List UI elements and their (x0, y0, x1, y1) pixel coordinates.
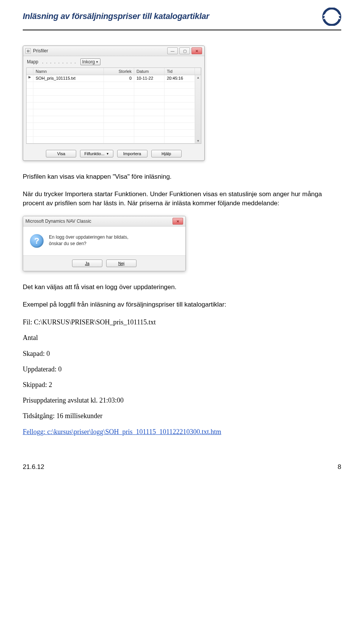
message-dialog: Microsoft Dynamics NAV Classic ✕ ? En lo… (23, 216, 186, 271)
dialog-titlebar: Microsoft Dynamics NAV Classic ✕ (23, 216, 185, 227)
col-size[interactable]: Storlek (104, 68, 134, 75)
button-bar: Visa Filfunktio...▼ Importera Hjälp (23, 147, 204, 160)
table-row (27, 130, 195, 137)
cell-date: 10-11-22 (134, 75, 165, 82)
table-row (27, 109, 195, 116)
table-row (27, 96, 195, 102)
footer-date: 21.6.12 (23, 463, 44, 471)
minimize-button[interactable]: — (167, 47, 178, 54)
footer-page: 8 (338, 463, 341, 471)
log-section: Exempel på loggfil från inläsning av för… (23, 301, 341, 437)
grid-header: Namn Storlek Datum Tid (27, 68, 201, 75)
page-title: Inläsning av försäljningspriser till kat… (23, 11, 209, 21)
dialog-title: Microsoft Dynamics NAV Classic (25, 219, 91, 224)
question-icon: ? (30, 234, 44, 248)
dots: . . . . . . . . . (42, 59, 77, 65)
importera-button[interactable]: Importera (117, 150, 147, 157)
log-uppdaterad: Uppdaterad: 0 (23, 365, 341, 374)
table-row (27, 89, 195, 96)
filfunktion-button[interactable]: Filfunktio...▼ (80, 150, 113, 157)
dialog-text: En logg över uppdateringen har bildats, … (49, 234, 128, 248)
log-avslutat: Prisuppdatering avslutat kl. 21:03:00 (23, 396, 341, 405)
folder-value: Inkorg (82, 59, 95, 65)
page-footer: 21.6.12 8 (23, 463, 341, 471)
log-antal: Antal (23, 333, 341, 343)
page-header: Inläsning av försäljningspriser till kat… (23, 11, 341, 30)
window-title: Prisfiler (33, 48, 48, 53)
body-text: Det kan väljas att få visat en logg över… (23, 283, 341, 292)
scroll-down-icon: ▼ (197, 138, 200, 143)
log-skapad: Skapad: 0 (23, 349, 341, 359)
log-skippad: Skippad: 2 (23, 380, 341, 390)
fellogg-link[interactable]: Fellogg: c:\kursus\priser\logg\SOH_pris_… (23, 428, 221, 436)
titlebar: ▦ Prisfiler — ▢ ✕ (23, 46, 204, 56)
cell-name: SOH_pris_101115.txt (33, 75, 104, 82)
prisfiler-window: ▦ Prisfiler — ▢ ✕ Mapp . . . . . . . . .… (23, 46, 205, 161)
chevron-down-icon: ▼ (96, 60, 99, 64)
row-selector-icon: ▶ (27, 75, 33, 82)
table-row (27, 116, 195, 123)
maximize-button[interactable]: ▢ (179, 47, 190, 54)
table-row (27, 137, 195, 143)
no-button[interactable]: Nej (106, 260, 136, 267)
folder-dropdown[interactable]: Inkorg ▼ (80, 58, 100, 65)
paragraph: Prisfilen kan visas via knappen "Visa" f… (23, 172, 341, 181)
logo (318, 8, 341, 26)
body-text: Prisfilen kan visas via knappen "Visa" f… (23, 172, 341, 208)
visa-button[interactable]: Visa (46, 150, 76, 157)
paragraph: När du trycker Importera startar Funktio… (23, 190, 341, 208)
folder-label: Mapp (27, 59, 38, 65)
table-row[interactable]: ▶ SOH_pris_101115.txt 0 10-11-22 20:45:1… (27, 75, 195, 82)
table-row (27, 102, 195, 109)
hjalp-button[interactable]: Hjälp (151, 150, 182, 157)
col-time[interactable]: Tid (165, 68, 195, 75)
log-file: Fil: C:\KURSUS\PRISER\SOH_pris_101115.tx… (23, 318, 341, 327)
file-grid: Namn Storlek Datum Tid ▶ SOH_pris_101115… (26, 68, 201, 144)
log-tids: Tidsåtgång: 16 millisekunder (23, 411, 341, 421)
table-row (27, 123, 195, 130)
col-name[interactable]: Namn (33, 68, 104, 75)
cell-time: 20:45:16 (165, 75, 195, 82)
close-button[interactable]: ✕ (173, 218, 183, 225)
scrollbar[interactable]: ▲ ▼ (195, 75, 201, 143)
cell-size: 0 (104, 75, 134, 82)
paragraph: Det kan väljas att få visat en logg över… (23, 283, 341, 292)
window-icon: ▦ (25, 48, 31, 53)
col-date[interactable]: Datum (134, 68, 165, 75)
folder-row: Mapp . . . . . . . . . Inkorg ▼ (23, 56, 204, 68)
table-row (27, 82, 195, 89)
scroll-up-icon: ▲ (197, 75, 200, 80)
paragraph: Exempel på loggfil från inläsning av för… (23, 301, 341, 308)
yes-button[interactable]: Ja (72, 260, 102, 267)
chevron-down-icon: ▼ (106, 152, 109, 156)
close-button[interactable]: ✕ (191, 47, 202, 54)
